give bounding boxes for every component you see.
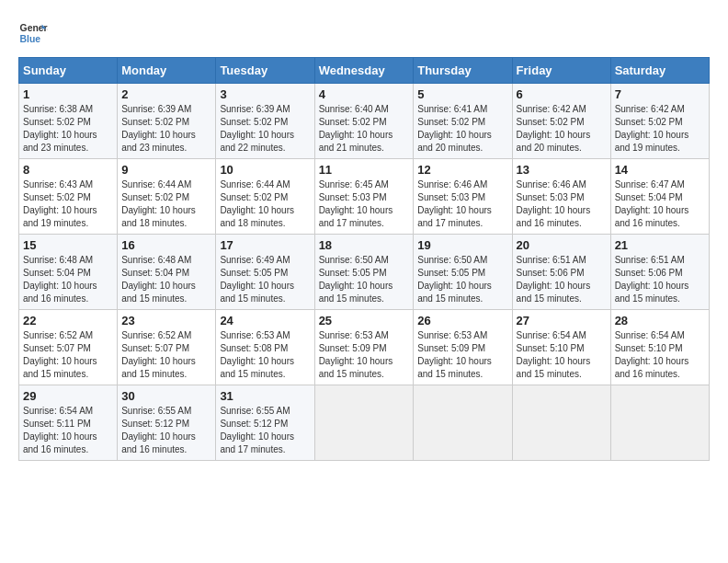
day-number: 16 [121,238,211,252]
calendar-day-cell: 19Sunrise: 6:50 AM Sunset: 5:05 PM Dayli… [414,235,512,310]
day-content: Sunrise: 6:42 AM Sunset: 5:02 PM Dayligh… [615,103,705,155]
logo-icon: General Blue [18,18,48,48]
day-content: Sunrise: 6:42 AM Sunset: 5:02 PM Dayligh… [517,103,607,155]
day-of-week-header: Monday [118,58,216,84]
calendar-week-row: 29Sunrise: 6:54 AM Sunset: 5:11 PM Dayli… [19,385,710,461]
day-content: Sunrise: 6:52 AM Sunset: 5:07 PM Dayligh… [23,329,113,381]
day-content: Sunrise: 6:48 AM Sunset: 5:04 PM Dayligh… [23,254,113,305]
calendar-week-row: 15Sunrise: 6:48 AM Sunset: 5:04 PM Dayli… [19,235,710,310]
day-content: Sunrise: 6:55 AM Sunset: 5:12 PM Dayligh… [220,405,310,456]
calendar-week-row: 8Sunrise: 6:43 AM Sunset: 5:02 PM Daylig… [19,159,710,235]
day-of-week-header: Wednesday [314,58,414,84]
day-content: Sunrise: 6:47 AM Sunset: 5:04 PM Dayligh… [615,178,705,230]
day-number: 15 [23,238,113,252]
day-number: 4 [319,87,410,101]
day-number: 27 [517,314,607,327]
calendar-day-cell [314,385,414,461]
day-number: 3 [220,87,310,101]
day-number: 18 [319,238,410,252]
day-content: Sunrise: 6:45 AM Sunset: 5:03 PM Dayligh… [319,178,410,230]
day-of-week-header: Friday [512,58,610,84]
day-number: 17 [220,238,310,252]
calendar-day-cell: 28Sunrise: 6:54 AM Sunset: 5:10 PM Dayli… [610,310,709,385]
day-content: Sunrise: 6:54 AM Sunset: 5:10 PM Dayligh… [615,329,705,381]
day-content: Sunrise: 6:51 AM Sunset: 5:06 PM Dayligh… [615,254,705,305]
day-content: Sunrise: 6:40 AM Sunset: 5:02 PM Dayligh… [319,103,410,155]
calendar-day-cell: 5Sunrise: 6:41 AM Sunset: 5:02 PM Daylig… [414,84,512,159]
day-content: Sunrise: 6:43 AM Sunset: 5:02 PM Dayligh… [23,178,113,230]
calendar-day-cell: 11Sunrise: 6:45 AM Sunset: 5:03 PM Dayli… [314,159,414,235]
day-number: 29 [23,389,113,403]
day-content: Sunrise: 6:54 AM Sunset: 5:10 PM Dayligh… [517,329,607,381]
day-number: 20 [517,238,607,252]
day-content: Sunrise: 6:54 AM Sunset: 5:11 PM Dayligh… [23,405,113,456]
calendar-day-cell: 13Sunrise: 6:46 AM Sunset: 5:03 PM Dayli… [512,159,610,235]
day-content: Sunrise: 6:55 AM Sunset: 5:12 PM Dayligh… [121,405,211,456]
calendar-day-cell: 21Sunrise: 6:51 AM Sunset: 5:06 PM Dayli… [610,235,709,310]
day-content: Sunrise: 6:52 AM Sunset: 5:07 PM Dayligh… [121,329,211,381]
calendar-day-cell: 17Sunrise: 6:49 AM Sunset: 5:05 PM Dayli… [216,235,314,310]
calendar-day-cell: 25Sunrise: 6:53 AM Sunset: 5:09 PM Dayli… [314,310,414,385]
day-number: 5 [417,87,507,101]
day-number: 11 [319,163,410,177]
page-header: General Blue [18,18,710,48]
calendar-day-cell: 22Sunrise: 6:52 AM Sunset: 5:07 PM Dayli… [19,310,118,385]
calendar-week-row: 22Sunrise: 6:52 AM Sunset: 5:07 PM Dayli… [19,310,710,385]
calendar-day-cell [610,385,709,461]
day-content: Sunrise: 6:49 AM Sunset: 5:05 PM Dayligh… [220,254,310,305]
day-content: Sunrise: 6:38 AM Sunset: 5:02 PM Dayligh… [23,103,113,155]
calendar-day-cell: 27Sunrise: 6:54 AM Sunset: 5:10 PM Dayli… [512,310,610,385]
day-content: Sunrise: 6:44 AM Sunset: 5:02 PM Dayligh… [121,178,211,230]
day-content: Sunrise: 6:41 AM Sunset: 5:02 PM Dayligh… [417,103,507,155]
calendar-day-cell: 18Sunrise: 6:50 AM Sunset: 5:05 PM Dayli… [314,235,414,310]
day-content: Sunrise: 6:39 AM Sunset: 5:02 PM Dayligh… [121,103,211,155]
calendar-day-cell: 29Sunrise: 6:54 AM Sunset: 5:11 PM Dayli… [19,385,118,461]
day-content: Sunrise: 6:46 AM Sunset: 5:03 PM Dayligh… [517,178,607,230]
day-of-week-header: Saturday [610,58,709,84]
day-number: 30 [121,389,211,403]
calendar-header-row: SundayMondayTuesdayWednesdayThursdayFrid… [19,58,710,84]
day-number: 6 [517,87,607,101]
calendar-day-cell: 8Sunrise: 6:43 AM Sunset: 5:02 PM Daylig… [19,159,118,235]
day-number: 25 [319,314,410,327]
calendar-day-cell: 12Sunrise: 6:46 AM Sunset: 5:03 PM Dayli… [414,159,512,235]
calendar-day-cell: 3Sunrise: 6:39 AM Sunset: 5:02 PM Daylig… [216,84,314,159]
calendar-day-cell [414,385,512,461]
calendar-day-cell: 26Sunrise: 6:53 AM Sunset: 5:09 PM Dayli… [414,310,512,385]
svg-text:Blue: Blue [20,34,41,44]
day-number: 10 [220,163,310,177]
calendar-day-cell: 14Sunrise: 6:47 AM Sunset: 5:04 PM Dayli… [610,159,709,235]
logo: General Blue [18,18,48,48]
day-content: Sunrise: 6:48 AM Sunset: 5:04 PM Dayligh… [121,254,211,305]
calendar-day-cell [512,385,610,461]
calendar-day-cell: 20Sunrise: 6:51 AM Sunset: 5:06 PM Dayli… [512,235,610,310]
calendar-week-row: 1Sunrise: 6:38 AM Sunset: 5:02 PM Daylig… [19,84,710,159]
day-content: Sunrise: 6:46 AM Sunset: 5:03 PM Dayligh… [417,178,507,230]
day-number: 2 [121,87,211,101]
day-of-week-header: Sunday [19,58,118,84]
day-number: 13 [517,163,607,177]
day-number: 26 [417,314,507,327]
day-content: Sunrise: 6:50 AM Sunset: 5:05 PM Dayligh… [319,254,410,305]
day-content: Sunrise: 6:53 AM Sunset: 5:09 PM Dayligh… [417,329,507,381]
calendar-day-cell: 2Sunrise: 6:39 AM Sunset: 5:02 PM Daylig… [118,84,216,159]
calendar-day-cell: 31Sunrise: 6:55 AM Sunset: 5:12 PM Dayli… [216,385,314,461]
day-number: 23 [121,314,211,327]
day-number: 12 [417,163,507,177]
day-number: 22 [23,314,113,327]
day-number: 1 [23,87,113,101]
day-number: 28 [615,314,705,327]
day-number: 19 [417,238,507,252]
calendar-day-cell: 23Sunrise: 6:52 AM Sunset: 5:07 PM Dayli… [118,310,216,385]
day-content: Sunrise: 6:44 AM Sunset: 5:02 PM Dayligh… [220,178,310,230]
day-content: Sunrise: 6:39 AM Sunset: 5:02 PM Dayligh… [220,103,310,155]
day-of-week-header: Tuesday [216,58,314,84]
day-content: Sunrise: 6:51 AM Sunset: 5:06 PM Dayligh… [517,254,607,305]
calendar-day-cell: 7Sunrise: 6:42 AM Sunset: 5:02 PM Daylig… [610,84,709,159]
calendar-day-cell: 15Sunrise: 6:48 AM Sunset: 5:04 PM Dayli… [19,235,118,310]
calendar-day-cell: 10Sunrise: 6:44 AM Sunset: 5:02 PM Dayli… [216,159,314,235]
calendar-day-cell: 16Sunrise: 6:48 AM Sunset: 5:04 PM Dayli… [118,235,216,310]
day-content: Sunrise: 6:53 AM Sunset: 5:09 PM Dayligh… [319,329,410,381]
calendar-day-cell: 24Sunrise: 6:53 AM Sunset: 5:08 PM Dayli… [216,310,314,385]
day-content: Sunrise: 6:50 AM Sunset: 5:05 PM Dayligh… [417,254,507,305]
